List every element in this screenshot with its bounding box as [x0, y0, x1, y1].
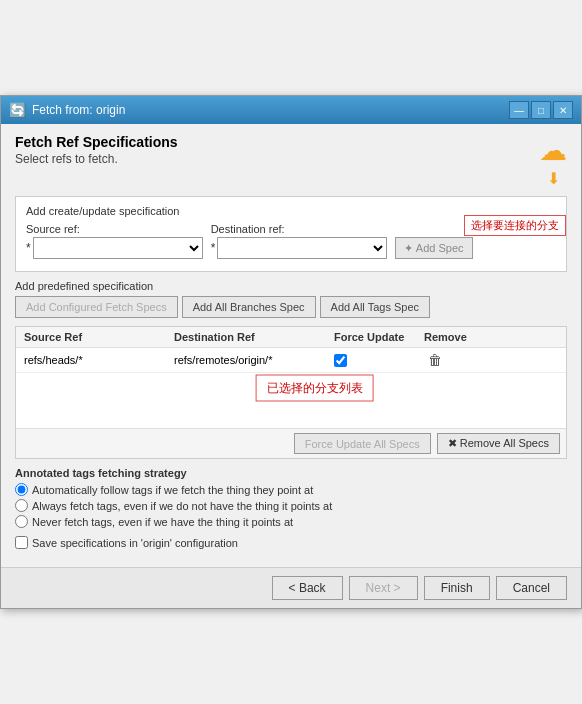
tags-option-auto[interactable]: Automatically follow tags if we fetch th…	[15, 483, 567, 496]
tags-option-auto-label: Automatically follow tags if we fetch th…	[32, 484, 313, 496]
force-update-all-button[interactable]: Force Update All Specs	[294, 433, 431, 454]
finish-button[interactable]: Finish	[424, 576, 490, 600]
page-subtitle: Select refs to fetch.	[15, 152, 178, 166]
col-header-dest: Destination Ref	[174, 331, 334, 343]
predefined-label: Add predefined specification	[15, 280, 567, 292]
title-bar: 🔄 Fetch from: origin — □ ✕	[1, 96, 581, 124]
header-text: Fetch Ref Specifications Select refs to …	[15, 134, 178, 166]
save-config-label: Save specifications in 'origin' configur…	[32, 537, 238, 549]
force-update-checkbox[interactable]	[334, 354, 347, 367]
specs-tooltip: 已选择的分支列表	[256, 375, 374, 402]
add-all-tags-spec-button[interactable]: Add All Tags Spec	[320, 296, 430, 318]
source-label: Source ref:	[26, 223, 203, 235]
tags-radio-never[interactable]	[15, 515, 28, 528]
add-spec-button[interactable]: ✦ Add Spec	[395, 237, 472, 259]
dest-star: *	[211, 241, 216, 255]
maximize-button[interactable]: □	[531, 101, 551, 119]
tags-strategy-label: Annotated tags fetching strategy	[15, 467, 567, 479]
source-ref-select[interactable]	[33, 237, 203, 259]
tags-option-always-label: Always fetch tags, even if we do not hav…	[32, 500, 332, 512]
dest-with-star: *	[211, 237, 388, 259]
title-bar-left: 🔄 Fetch from: origin	[9, 102, 125, 118]
tags-option-never-label: Never fetch tags, even if we have the th…	[32, 516, 293, 528]
main-window: 🔄 Fetch from: origin — □ ✕ Fetch Ref Spe…	[0, 95, 582, 609]
remove-row-button[interactable]: 🗑	[424, 352, 446, 368]
predefined-section: Add predefined specification Add Configu…	[15, 280, 567, 318]
tags-radio-always[interactable]	[15, 499, 28, 512]
tags-option-always[interactable]: Always fetch tags, even if we do not hav…	[15, 499, 567, 512]
row-source-ref: refs/heads/*	[24, 354, 174, 366]
specs-table-footer: Force Update All Specs ✖ Remove All Spec…	[16, 428, 566, 458]
next-button[interactable]: Next >	[349, 576, 418, 600]
minimize-button[interactable]: —	[509, 101, 529, 119]
source-star: *	[26, 241, 31, 255]
cancel-button[interactable]: Cancel	[496, 576, 567, 600]
cloud-icon: ☁	[539, 134, 567, 167]
source-tooltip: 选择要连接的分支	[464, 215, 566, 236]
page-title: Fetch Ref Specifications	[15, 134, 178, 150]
row-dest-ref: refs/remotes/origin/*	[174, 354, 334, 366]
col-header-force: Force Update	[334, 331, 424, 343]
add-all-branches-spec-button[interactable]: Add All Branches Spec	[182, 296, 316, 318]
row-remove-cell: 🗑	[424, 352, 484, 368]
spec-form-row: Source ref: * Destination ref: *	[26, 223, 556, 259]
specs-table-section: Source Ref Destination Ref Force Update …	[15, 326, 567, 459]
save-config-checkbox-row[interactable]: Save specifications in 'origin' configur…	[15, 536, 567, 549]
remove-all-specs-button[interactable]: ✖ Remove All Specs	[437, 433, 560, 454]
specs-table-body: refs/heads/* refs/remotes/origin/* 🗑 已选择…	[16, 348, 566, 428]
dialog-content: Fetch Ref Specifications Select refs to …	[1, 124, 581, 567]
tags-radio-auto[interactable]	[15, 483, 28, 496]
row-force-update	[334, 354, 424, 367]
table-row: refs/heads/* refs/remotes/origin/* 🗑	[16, 348, 566, 373]
close-button[interactable]: ✕	[553, 101, 573, 119]
predefined-buttons: Add Configured Fetch Specs Add All Branc…	[15, 296, 567, 318]
back-button[interactable]: < Back	[272, 576, 343, 600]
header-icon-group: ☁ ⬇	[539, 134, 567, 188]
header-section: Fetch Ref Specifications Select refs to …	[15, 134, 567, 188]
dest-field-group: Destination ref: *	[211, 223, 388, 259]
add-configured-fetch-specs-button[interactable]: Add Configured Fetch Specs	[15, 296, 178, 318]
tags-radio-group: Automatically follow tags if we fetch th…	[15, 483, 567, 528]
source-field-group: Source ref: *	[26, 223, 203, 259]
source-with-star: *	[26, 237, 203, 259]
tags-option-never[interactable]: Never fetch tags, even if we have the th…	[15, 515, 567, 528]
save-config-checkbox[interactable]	[15, 536, 28, 549]
dialog-footer: < Back Next > Finish Cancel	[1, 567, 581, 608]
col-header-remove: Remove	[424, 331, 484, 343]
tags-strategy-section: Annotated tags fetching strategy Automat…	[15, 467, 567, 528]
download-icon: ⬇	[547, 169, 560, 188]
dest-ref-select[interactable]	[217, 237, 387, 259]
dest-label: Destination ref:	[211, 223, 388, 235]
col-header-source: Source Ref	[24, 331, 174, 343]
window-title: Fetch from: origin	[32, 103, 125, 117]
specs-table-header: Source Ref Destination Ref Force Update …	[16, 327, 566, 348]
window-icon: 🔄	[9, 102, 26, 118]
window-controls: — □ ✕	[509, 101, 573, 119]
create-update-section: Add create/update specification Source r…	[15, 196, 567, 272]
